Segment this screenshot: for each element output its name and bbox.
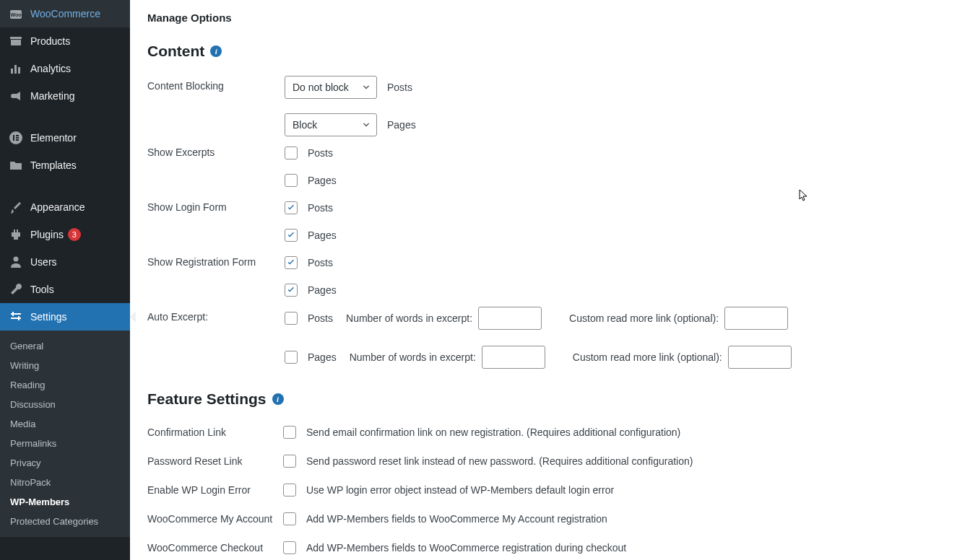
pages-label: Pages: [308, 175, 337, 186]
words-label: Number of words in excerpt:: [350, 351, 476, 363]
sidebar-item-settings[interactable]: Settings: [0, 303, 130, 331]
megaphone-icon: [9, 89, 23, 103]
submenu-general[interactable]: General: [0, 336, 130, 356]
pages-label: Pages: [308, 229, 337, 241]
woocommerce-checkout-desc: Add WP-Members fields to WooCommerce reg…: [306, 542, 626, 554]
confirmation-link-checkbox[interactable]: [283, 426, 296, 439]
sidebar-item-label: Users: [30, 256, 57, 268]
excerpt-words-posts-input[interactable]: [478, 307, 542, 330]
pages-suffix: Pages: [387, 119, 416, 131]
submenu-privacy[interactable]: Privacy: [0, 453, 130, 473]
autoexcerpt-posts-checkbox[interactable]: [285, 312, 298, 325]
woocommerce-icon: Woo: [9, 6, 23, 21]
svg-rect-5: [16, 137, 19, 139]
sidebar-item-label: Tools: [30, 284, 54, 295]
excerpt-pages-checkbox[interactable]: [285, 174, 298, 187]
login-pages-checkbox[interactable]: [285, 229, 298, 242]
show-excerpts-label: Show Excerpts: [147, 139, 285, 158]
posts-label: Posts: [308, 202, 333, 214]
sidebar-item-tools[interactable]: Tools: [0, 276, 130, 303]
sidebar-item-label: WooCommerce: [30, 8, 100, 19]
plugins-update-badge: 3: [68, 228, 81, 241]
svg-point-7: [14, 257, 19, 262]
settings-submenu: General Writing Reading Discussion Media…: [0, 331, 130, 537]
brush-icon: [9, 200, 23, 214]
posts-label: Posts: [308, 257, 333, 268]
info-icon[interactable]: i: [272, 393, 284, 405]
sidebar-item-label: Marketing: [30, 90, 74, 102]
chart-bar-icon: [9, 61, 23, 76]
words-label: Number of words in excerpt:: [346, 312, 472, 324]
readmore-label: Custom read more link (optional):: [569, 312, 719, 324]
password-reset-label: Password Reset Link: [147, 455, 283, 467]
feature-section-title: Feature Settings i: [147, 390, 953, 408]
pages-label: Pages: [308, 351, 337, 363]
posts-label: Posts: [308, 147, 333, 159]
readmore-label: Custom read more link (optional):: [573, 351, 722, 363]
submenu-wp-members[interactable]: WP-Members: [0, 492, 130, 512]
elementor-icon: [9, 131, 23, 145]
excerpt-words-pages-input[interactable]: [482, 346, 545, 369]
submenu-nitropack[interactable]: NitroPack: [0, 473, 130, 492]
content-section-title: Content i: [147, 43, 953, 60]
woocommerce-checkout-checkbox[interactable]: [283, 541, 296, 554]
sidebar-item-woocommerce[interactable]: Woo WooCommerce: [0, 0, 130, 27]
sidebar-item-elementor[interactable]: Elementor: [0, 124, 130, 152]
sidebar-item-label: Appearance: [30, 201, 85, 213]
sidebar-item-label: Products: [30, 35, 70, 47]
confirmation-link-desc: Send email confirmation link on new regi…: [306, 426, 680, 438]
sidebar-item-products[interactable]: Products: [0, 27, 130, 55]
woocommerce-myaccount-desc: Add WP-Members fields to WooCommerce My …: [306, 513, 607, 525]
wrench-icon: [9, 282, 23, 297]
excerpt-posts-checkbox[interactable]: [285, 146, 298, 159]
submenu-permalinks[interactable]: Permalinks: [0, 434, 130, 453]
sliders-icon: [9, 310, 23, 324]
submenu-writing[interactable]: Writing: [0, 356, 130, 375]
sidebar-item-analytics[interactable]: Analytics: [0, 55, 130, 82]
page-title: Manage Options: [147, 12, 953, 24]
login-posts-checkbox[interactable]: [285, 201, 298, 214]
wp-login-error-desc: Use WP login error object instead of WP-…: [306, 484, 614, 496]
posts-label: Posts: [308, 312, 333, 324]
block-pages-select[interactable]: Block: [285, 113, 377, 136]
password-reset-checkbox[interactable]: [283, 455, 296, 468]
sidebar-item-appearance[interactable]: Appearance: [0, 193, 130, 221]
sidebar-item-label: Elementor: [30, 132, 77, 144]
submenu-reading[interactable]: Reading: [0, 375, 130, 395]
woocommerce-myaccount-checkbox[interactable]: [283, 512, 296, 525]
wp-login-error-checkbox[interactable]: [283, 484, 296, 496]
user-icon: [9, 255, 23, 269]
woocommerce-myaccount-label: WooCommerce My Account: [147, 513, 283, 525]
info-icon[interactable]: i: [210, 45, 222, 57]
posts-suffix: Posts: [387, 82, 412, 93]
sidebar-item-label: Settings: [30, 311, 67, 323]
content-blocking-label: Content Blocking: [147, 73, 285, 92]
admin-sidebar: Woo WooCommerce Products Analytics Marke…: [0, 0, 130, 560]
main-content: Manage Options Content i Content Blockin…: [130, 0, 970, 560]
confirmation-link-label: Confirmation Link: [147, 426, 283, 438]
submenu-media[interactable]: Media: [0, 414, 130, 434]
sidebar-item-label: Analytics: [30, 63, 71, 74]
archive-icon: [9, 34, 23, 48]
readmore-pages-input[interactable]: [728, 346, 792, 369]
svg-rect-3: [13, 135, 14, 141]
sidebar-item-users[interactable]: Users: [0, 248, 130, 276]
registration-posts-checkbox[interactable]: [285, 256, 298, 269]
sidebar-item-templates[interactable]: Templates: [0, 152, 130, 179]
readmore-posts-input[interactable]: [724, 307, 788, 330]
sidebar-item-plugins[interactable]: Plugins 3: [0, 221, 130, 248]
password-reset-desc: Send password reset link instead of new …: [306, 455, 693, 467]
block-posts-select[interactable]: Do not block: [285, 76, 377, 99]
woocommerce-checkout-label: WooCommerce Checkout: [147, 542, 283, 554]
registration-pages-checkbox[interactable]: [285, 284, 298, 297]
submenu-protected-categories[interactable]: Protected Categories: [0, 512, 130, 531]
svg-text:Woo: Woo: [10, 12, 21, 17]
svg-rect-4: [16, 135, 19, 136]
submenu-discussion[interactable]: Discussion: [0, 395, 130, 414]
sidebar-item-marketing[interactable]: Marketing: [0, 82, 130, 110]
show-login-label: Show Login Form: [147, 194, 285, 213]
auto-excerpt-label: Auto Excerpt:: [147, 304, 285, 323]
autoexcerpt-pages-checkbox[interactable]: [285, 351, 298, 364]
sidebar-item-label: Templates: [30, 159, 77, 171]
svg-rect-6: [16, 139, 19, 141]
